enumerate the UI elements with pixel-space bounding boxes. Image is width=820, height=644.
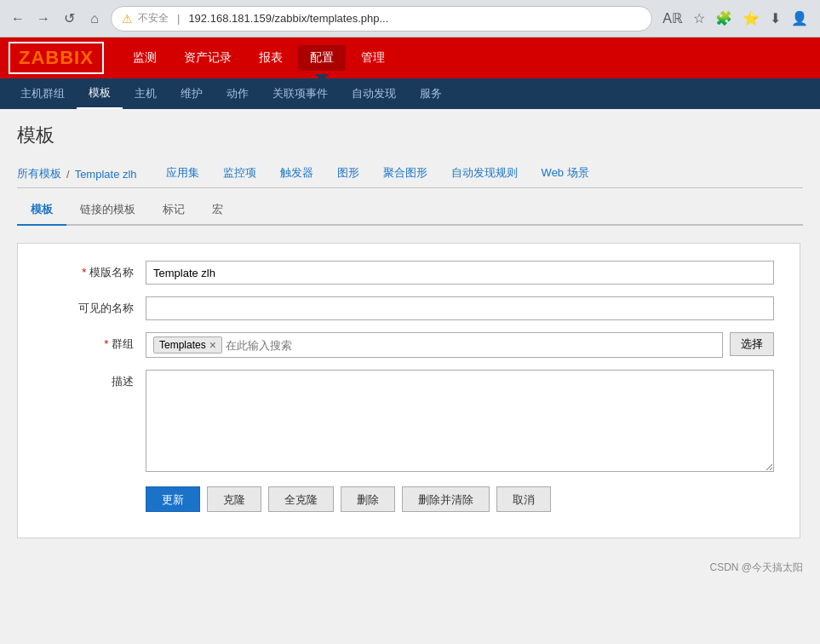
description-label: 描述: [43, 370, 146, 389]
group-tag-remove-icon[interactable]: ×: [209, 339, 216, 351]
visible-name-field: [146, 296, 774, 320]
extensions-icon[interactable]: 🧩: [712, 9, 736, 28]
update-button[interactable]: 更新: [146, 486, 200, 512]
select-button[interactable]: 选择: [730, 332, 774, 356]
group-tag-templates: Templates ×: [153, 336, 222, 354]
nav-reports[interactable]: 报表: [247, 45, 295, 71]
breadcrumb-current[interactable]: Template zlh: [75, 164, 137, 184]
template-name-input[interactable]: [146, 261, 774, 285]
read-aloud-icon[interactable]: Aℝ: [659, 9, 686, 28]
template-name-row: 模版名称: [43, 261, 774, 285]
browser-chrome: ← → ↺ ⌂ ⚠ 不安全 | 192.168.181.159/zabbix/t…: [0, 0, 820, 37]
visible-name-label: 可见的名称: [43, 296, 146, 316]
form-container: 模版名称 可见的名称 群组 Templates: [17, 243, 800, 538]
page-footer: CSDN @今天搞太阳: [0, 552, 820, 584]
subnav-templates[interactable]: 模板: [77, 78, 123, 109]
breadcrumb-separator: /: [61, 168, 75, 181]
description-textarea[interactable]: [146, 370, 774, 472]
action-buttons: 更新 克隆 全克隆 删除 删除并清除 取消: [146, 486, 774, 512]
clone-button[interactable]: 克隆: [207, 486, 261, 512]
zabbix-logo: ZABBIX: [9, 42, 104, 74]
page-content: 模板 所有模板 / Template zlh 应用集 监控项 触发器 图形 聚合…: [0, 109, 820, 552]
download-icon[interactable]: ⬇: [766, 9, 784, 28]
insecure-label: 不安全: [138, 11, 169, 26]
browser-toolbar: Aℝ ☆ 🧩 ⭐ ⬇ 👤: [659, 9, 811, 28]
breadcrumb-tab-graphs[interactable]: 图形: [325, 160, 371, 187]
subnav-host-groups[interactable]: 主机群组: [9, 78, 77, 109]
template-name-field: [146, 261, 774, 285]
breadcrumb-tab-web-scenes[interactable]: Web 场景: [530, 160, 601, 187]
url-text: 192.168.181.159/zabbix/templates.php...: [188, 12, 641, 25]
address-bar[interactable]: ⚠ 不安全 | 192.168.181.159/zabbix/templates…: [111, 6, 652, 32]
description-field: [146, 370, 774, 474]
nav-monitor[interactable]: 监测: [121, 45, 169, 71]
group-field-wrapper: Templates ×: [146, 332, 723, 358]
bookmark-icon[interactable]: ⭐: [739, 9, 763, 28]
group-input-row: Templates × 选择: [146, 332, 774, 358]
breadcrumb-all-templates[interactable]: 所有模板: [17, 163, 61, 185]
breadcrumb-tab-monitors[interactable]: 监控项: [211, 160, 268, 187]
breadcrumb-tab-triggers[interactable]: 触发器: [268, 160, 325, 187]
subnav-discovery[interactable]: 自动发现: [340, 78, 408, 109]
breadcrumb-row: 所有模板 / Template zlh 应用集 监控项 触发器 图形 聚合图形 …: [17, 160, 803, 188]
breadcrumb-tab-apps[interactable]: 应用集: [154, 160, 211, 187]
description-row: 描述: [43, 370, 774, 474]
forward-button[interactable]: →: [34, 9, 53, 28]
footer-text: CSDN @今天搞太阳: [709, 561, 803, 573]
nav-assets[interactable]: 资产记录: [172, 45, 244, 71]
back-button[interactable]: ←: [9, 9, 27, 28]
template-name-label: 模版名称: [43, 261, 146, 280]
tab-tags[interactable]: 标记: [149, 195, 198, 226]
breadcrumb-tabs: 应用集 监控项 触发器 图形 聚合图形 自动发现规则 Web 场景: [154, 160, 601, 187]
refresh-button[interactable]: ↺: [60, 9, 78, 28]
nav-admin[interactable]: 管理: [349, 45, 397, 71]
group-search-input[interactable]: [226, 339, 369, 352]
inner-tabs: 模板 链接的模板 标记 宏: [17, 195, 803, 226]
subnav-correlation[interactable]: 关联项事件: [261, 78, 340, 109]
top-nav: ZABBIX 监测 资产记录 报表 配置 管理: [0, 37, 820, 78]
logo-text: ZABBIX: [19, 47, 94, 68]
delete-button[interactable]: 删除: [341, 486, 395, 512]
subnav-hosts[interactable]: 主机: [123, 78, 169, 109]
cancel-button[interactable]: 取消: [496, 486, 551, 512]
group-tag-label: Templates: [159, 339, 206, 351]
tab-template[interactable]: 模板: [17, 195, 66, 226]
delete-clear-button[interactable]: 删除并清除: [402, 486, 490, 512]
nav-config[interactable]: 配置: [298, 45, 346, 71]
group-field: Templates × 选择: [146, 332, 774, 358]
visible-name-input[interactable]: [146, 296, 774, 320]
subnav-services[interactable]: 服务: [408, 78, 454, 109]
home-button[interactable]: ⌂: [85, 9, 104, 28]
favorites-icon[interactable]: ☆: [690, 9, 708, 28]
security-warning-icon: ⚠: [122, 12, 133, 26]
sub-nav: 主机群组 模板 主机 维护 动作 关联项事件 自动发现 服务: [0, 78, 820, 109]
group-label: 群组: [43, 332, 146, 352]
breadcrumb-tab-agg-graphs[interactable]: 聚合图形: [371, 160, 439, 187]
top-nav-items: 监测 资产记录 报表 配置 管理: [121, 45, 397, 71]
tab-linked[interactable]: 链接的模板: [66, 195, 149, 226]
tab-macros[interactable]: 宏: [198, 195, 237, 226]
page-title: 模板: [17, 123, 803, 148]
group-row: 群组 Templates × 选择: [43, 332, 774, 358]
profile-icon[interactable]: 👤: [788, 9, 811, 28]
visible-name-row: 可见的名称: [43, 296, 774, 320]
group-field-container[interactable]: Templates ×: [146, 332, 723, 358]
subnav-maintenance[interactable]: 维护: [169, 78, 215, 109]
subnav-actions[interactable]: 动作: [215, 78, 261, 109]
full-clone-button[interactable]: 全克隆: [268, 486, 334, 512]
breadcrumb-tab-auto-discovery[interactable]: 自动发现规则: [439, 160, 530, 187]
